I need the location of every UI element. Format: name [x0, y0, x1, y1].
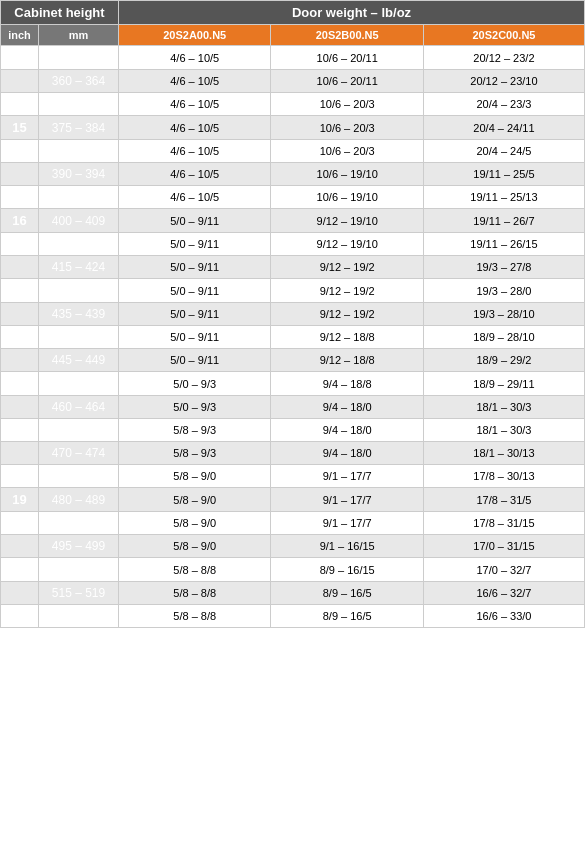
cell-inch — [1, 233, 39, 256]
cell-col1: 4/6 – 10/5 — [119, 46, 271, 70]
cell-mm: 495 – 499 — [39, 535, 119, 558]
cell-col3: 18/1 – 30/3 — [423, 419, 584, 442]
cell-col3: 16/6 – 32/7 — [423, 582, 584, 605]
cell-inch: 14 — [1, 46, 39, 70]
cell-col2: 10/6 – 20/11 — [271, 46, 423, 70]
table-row: 19480 – 4895/8 – 9/09/1 – 17/717/8 – 31/… — [1, 488, 585, 512]
table-row: 440 – 4445/0 – 9/119/12 – 18/818/9 – 28/… — [1, 326, 585, 349]
cell-mm: 465 – 469 — [39, 419, 119, 442]
cell-mm: 415 – 424 — [39, 256, 119, 279]
cell-inch — [1, 442, 39, 465]
cell-col2: 9/1 – 17/7 — [271, 488, 423, 512]
cell-mm: 445 – 449 — [39, 349, 119, 372]
cell-inch: 17 — [1, 279, 39, 303]
cell-mm: 395 – 399 — [39, 186, 119, 209]
cell-inch — [1, 512, 39, 535]
cell-col1: 5/8 – 8/8 — [119, 605, 271, 628]
cell-col2: 9/12 – 18/8 — [271, 349, 423, 372]
cell-col2: 10/6 – 20/3 — [271, 116, 423, 140]
table-row: 17425 – 4345/0 – 9/119/12 – 19/219/3 – 2… — [1, 279, 585, 303]
cell-mm: 385 – 389 — [39, 140, 119, 163]
cell-col2: 10/6 – 20/3 — [271, 140, 423, 163]
cell-inch: 16 — [1, 209, 39, 233]
cell-mm: 390 – 394 — [39, 163, 119, 186]
table-row: 520 – 5255/8 – 8/88/9 – 16/516/6 – 33/0 — [1, 605, 585, 628]
cell-col3: 19/11 – 26/15 — [423, 233, 584, 256]
cell-col1: 5/0 – 9/11 — [119, 279, 271, 303]
cell-inch — [1, 419, 39, 442]
table-row: 14349 – 3594/6 – 10/510/6 – 20/1120/12 –… — [1, 46, 585, 70]
cell-col2: 9/1 – 16/15 — [271, 535, 423, 558]
cell-col3: 19/11 – 25/5 — [423, 163, 584, 186]
table-row: 410 – 4145/0 – 9/119/12 – 19/1019/11 – 2… — [1, 233, 585, 256]
table-row: 465 – 4695/8 – 9/39/4 – 18/018/1 – 30/3 — [1, 419, 585, 442]
cell-col1: 4/6 – 10/5 — [119, 140, 271, 163]
cell-col2: 9/1 – 17/7 — [271, 512, 423, 535]
cell-col1: 5/8 – 9/0 — [119, 512, 271, 535]
cell-col1: 5/0 – 9/11 — [119, 256, 271, 279]
col1-header: 20S2A00.N5 — [119, 25, 271, 46]
cell-col1: 5/0 – 9/3 — [119, 372, 271, 396]
cell-col3: 17/8 – 31/5 — [423, 488, 584, 512]
cell-col3: 18/9 – 29/11 — [423, 372, 584, 396]
door-weight-header: Door weight – lb/oz — [119, 1, 585, 25]
col-inch-header: inch — [1, 25, 39, 46]
table-row: 365 – 3744/6 – 10/510/6 – 20/320/4 – 23/… — [1, 93, 585, 116]
cell-mm: 490 – 494 — [39, 512, 119, 535]
cell-inch — [1, 465, 39, 488]
cell-mm: 400 – 409 — [39, 209, 119, 233]
cell-mm: 480 – 489 — [39, 488, 119, 512]
cell-inch — [1, 396, 39, 419]
cell-inch — [1, 186, 39, 209]
cell-col2: 10/6 – 20/3 — [271, 93, 423, 116]
table-row: 495 – 4995/8 – 9/09/1 – 16/1517/0 – 31/1… — [1, 535, 585, 558]
cell-col2: 8/9 – 16/5 — [271, 605, 423, 628]
cell-col3: 17/8 – 31/15 — [423, 512, 584, 535]
cell-col3: 20/4 – 24/11 — [423, 116, 584, 140]
cell-mm: 375 – 384 — [39, 116, 119, 140]
cell-col3: 20/12 – 23/10 — [423, 70, 584, 93]
cell-mm: 349 – 359 — [39, 46, 119, 70]
cell-col1: 5/8 – 9/0 — [119, 535, 271, 558]
cell-col3: 17/0 – 31/15 — [423, 535, 584, 558]
cell-inch — [1, 140, 39, 163]
table-row: 18450 – 4595/0 – 9/39/4 – 18/818/9 – 29/… — [1, 372, 585, 396]
cell-col3: 19/3 – 28/0 — [423, 279, 584, 303]
cell-inch: 18 — [1, 372, 39, 396]
cell-inch — [1, 326, 39, 349]
table-row: 16400 – 4095/0 – 9/119/12 – 19/1019/11 –… — [1, 209, 585, 233]
cell-col3: 20/4 – 24/5 — [423, 140, 584, 163]
cell-col2: 10/6 – 19/10 — [271, 186, 423, 209]
cell-mm: 425 – 434 — [39, 279, 119, 303]
cell-col1: 5/8 – 8/8 — [119, 582, 271, 605]
cell-col2: 10/6 – 19/10 — [271, 163, 423, 186]
cell-mm: 460 – 464 — [39, 396, 119, 419]
cell-col1: 5/8 – 8/8 — [119, 558, 271, 582]
cell-col3: 18/9 – 29/2 — [423, 349, 584, 372]
cell-mm: 475 – 479 — [39, 465, 119, 488]
cell-col3: 19/3 – 27/8 — [423, 256, 584, 279]
cell-col3: 18/1 – 30/3 — [423, 396, 584, 419]
cell-col3: 17/8 – 30/13 — [423, 465, 584, 488]
cell-mm: 500 – 514 — [39, 558, 119, 582]
cell-col1: 5/8 – 9/0 — [119, 465, 271, 488]
cell-col2: 9/4 – 18/0 — [271, 396, 423, 419]
table-row: 390 – 3944/6 – 10/510/6 – 19/1019/11 – 2… — [1, 163, 585, 186]
cell-col2: 9/12 – 19/10 — [271, 233, 423, 256]
cell-inch — [1, 535, 39, 558]
cell-col1: 4/6 – 10/5 — [119, 116, 271, 140]
cell-col2: 8/9 – 16/5 — [271, 582, 423, 605]
table-row: 435 – 4395/0 – 9/119/12 – 19/219/3 – 28/… — [1, 303, 585, 326]
cell-col2: 8/9 – 16/15 — [271, 558, 423, 582]
cell-col1: 5/8 – 9/3 — [119, 442, 271, 465]
table-row: 415 – 4245/0 – 9/119/12 – 19/219/3 – 27/… — [1, 256, 585, 279]
cell-inch — [1, 93, 39, 116]
header-row-sub: inch mm 20S2A00.N5 20S2B00.N5 20S2C00.N5 — [1, 25, 585, 46]
cell-col2: 9/12 – 19/2 — [271, 256, 423, 279]
table-body: 14349 – 3594/6 – 10/510/6 – 20/1120/12 –… — [1, 46, 585, 628]
cell-col2: 9/4 – 18/0 — [271, 419, 423, 442]
main-table-container: Cabinet height Door weight – lb/oz inch … — [0, 0, 585, 628]
table-row: 490 – 4945/8 – 9/09/1 – 17/717/8 – 31/15 — [1, 512, 585, 535]
cell-col3: 20/12 – 23/2 — [423, 46, 584, 70]
cell-inch — [1, 582, 39, 605]
